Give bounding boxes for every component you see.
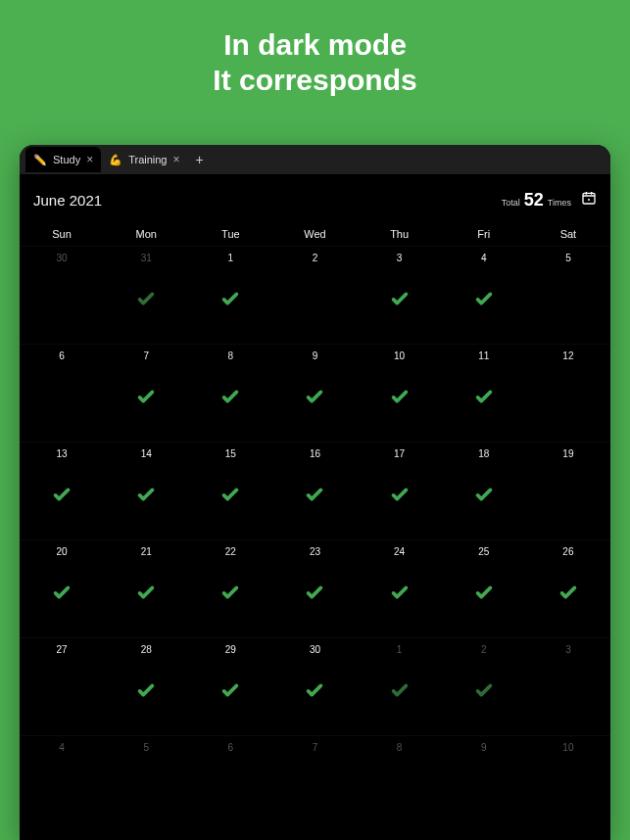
check-icon xyxy=(133,580,159,605)
calendar-cell[interactable]: 31 xyxy=(104,246,188,344)
check-icon xyxy=(218,677,243,703)
calendar-cell[interactable]: 3 xyxy=(358,246,442,344)
calendar-cell[interactable]: 28 xyxy=(104,637,188,735)
calendar-cell[interactable]: 20 xyxy=(20,539,104,637)
calendar-cell[interactable]: 16 xyxy=(272,442,357,539)
stats-total-label: Total xyxy=(502,198,520,208)
calendar-cell[interactable]: 3 xyxy=(526,637,610,735)
calendar-cell[interactable]: 30 xyxy=(20,246,104,344)
day-number: 22 xyxy=(225,546,236,557)
add-tab-button[interactable]: + xyxy=(188,152,212,167)
calendar-cell[interactable]: 11 xyxy=(442,344,526,442)
hero-text: In dark mode It corresponds xyxy=(0,0,630,125)
check-icon xyxy=(49,482,74,507)
calendar-cell[interactable]: 23 xyxy=(272,539,357,637)
check-icon xyxy=(218,580,243,605)
stats-count: 52 xyxy=(524,190,544,210)
calendar-cell[interactable]: 4 xyxy=(20,735,104,833)
calendar-cell[interactable]: 9 xyxy=(272,344,357,442)
day-number: 25 xyxy=(478,546,489,557)
check-icon xyxy=(133,384,159,409)
calendar-cell[interactable]: 12 xyxy=(526,344,610,442)
calendar-cell[interactable]: 29 xyxy=(188,637,272,735)
calendar-cell[interactable]: 7 xyxy=(104,344,188,442)
day-number: 14 xyxy=(141,448,152,459)
day-number: 23 xyxy=(310,546,320,557)
close-icon[interactable]: × xyxy=(86,153,93,166)
calendar-cell[interactable]: 2 xyxy=(272,246,357,344)
calendar-cell[interactable]: 21 xyxy=(104,539,188,637)
day-number: 15 xyxy=(225,448,236,459)
calendar-cell[interactable]: 18 xyxy=(442,442,526,539)
calendar-cell[interactable]: 27 xyxy=(20,637,104,735)
month-label: June 2021 xyxy=(33,192,102,209)
check-icon xyxy=(387,482,412,507)
calendar-cell[interactable]: 5 xyxy=(526,246,610,344)
calendar-cell[interactable]: 5 xyxy=(104,735,188,833)
check-icon xyxy=(471,677,497,703)
calendar-cell[interactable]: 8 xyxy=(188,344,272,442)
close-icon[interactable]: × xyxy=(173,153,180,166)
calendar-cell[interactable]: 17 xyxy=(358,442,442,539)
calendar-cell[interactable]: 8 xyxy=(358,735,442,833)
hero-line1: In dark mode xyxy=(0,27,630,63)
day-number: 1 xyxy=(228,253,234,263)
calendar-cell[interactable]: 10 xyxy=(358,344,442,442)
calendar-cell[interactable]: 10 xyxy=(526,735,610,833)
day-number: 5 xyxy=(565,253,571,263)
calendar-cell[interactable]: 1 xyxy=(188,246,272,344)
day-number: 21 xyxy=(141,546,152,557)
check-icon xyxy=(471,384,497,409)
calendar-cell[interactable]: 24 xyxy=(358,539,442,637)
calendar-cell[interactable]: 4 xyxy=(442,246,526,344)
day-number: 27 xyxy=(57,644,68,655)
calendar-cell[interactable]: 25 xyxy=(442,539,526,637)
check-icon xyxy=(387,286,412,311)
day-number: 5 xyxy=(143,742,149,753)
tab-training[interactable]: 💪Training× xyxy=(101,147,187,172)
tab-label: Study xyxy=(53,154,80,165)
calendar-cell[interactable]: 7 xyxy=(272,735,357,833)
calendar-cell[interactable]: 15 xyxy=(188,442,272,539)
calendar-cell[interactable]: 2 xyxy=(442,637,526,735)
calendar-cell[interactable]: 1 xyxy=(358,637,442,735)
check-icon xyxy=(133,677,159,703)
svg-point-1 xyxy=(588,199,590,201)
check-icon xyxy=(49,580,74,605)
weekday-label: Tue xyxy=(188,228,272,240)
tab-bar: ✏️Study×💪Training× + xyxy=(20,145,610,174)
calendar-cell[interactable]: 6 xyxy=(188,735,272,833)
calendar-cell[interactable]: 22 xyxy=(188,539,272,637)
weekday-label: Fri xyxy=(442,228,526,240)
calendar-cell[interactable]: 26 xyxy=(526,539,610,637)
tab-study[interactable]: ✏️Study× xyxy=(25,147,101,172)
day-number: 30 xyxy=(57,253,68,263)
calendar-icon[interactable] xyxy=(581,190,597,206)
day-number: 10 xyxy=(394,350,405,361)
weekday-label: Sat xyxy=(526,228,610,240)
calendar-cell[interactable]: 30 xyxy=(272,637,357,735)
day-number: 1 xyxy=(397,644,403,655)
calendar-grid: 3031123456789101112131415161718192021222… xyxy=(20,246,610,833)
day-number: 8 xyxy=(397,742,403,753)
calendar-cell[interactable]: 9 xyxy=(442,735,526,833)
day-number: 6 xyxy=(59,350,65,361)
calendar-cell[interactable]: 13 xyxy=(20,442,104,539)
calendar-cell[interactable]: 6 xyxy=(20,344,104,442)
day-number: 9 xyxy=(313,350,318,361)
day-number: 16 xyxy=(310,448,320,459)
device-frame: ✏️Study×💪Training× + June 2021 Total 52 … xyxy=(20,145,610,840)
calendar-cell[interactable]: 19 xyxy=(526,442,610,539)
day-number: 3 xyxy=(565,644,571,655)
day-number: 19 xyxy=(562,448,573,459)
check-icon xyxy=(302,580,327,605)
check-icon xyxy=(387,677,412,703)
weekday-label: Sun xyxy=(20,228,104,240)
day-number: 4 xyxy=(481,253,487,263)
check-icon xyxy=(471,580,497,605)
svg-rect-0 xyxy=(583,193,595,204)
hero-line2: It corresponds xyxy=(0,63,630,98)
day-number: 28 xyxy=(141,644,152,655)
calendar-cell[interactable]: 14 xyxy=(104,442,188,539)
day-number: 29 xyxy=(225,644,236,655)
